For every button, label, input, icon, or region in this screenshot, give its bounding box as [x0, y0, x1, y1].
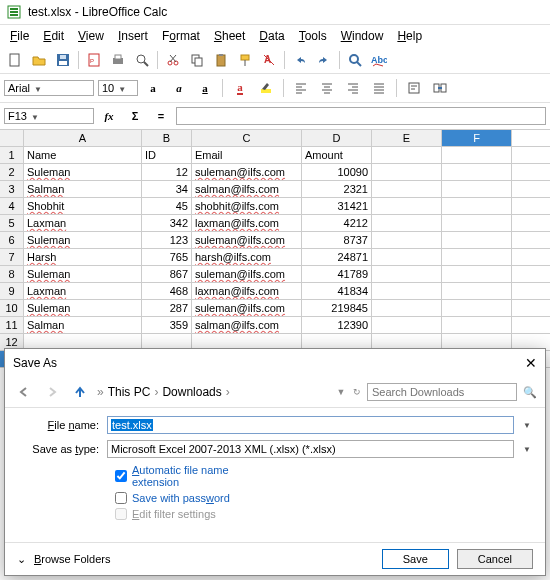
clear-format-icon[interactable]: A: [258, 49, 280, 71]
cell[interactable]: harsh@ilfs.com: [192, 249, 302, 265]
table-row[interactable]: 3Salman34salman@ilfs.com2321: [0, 181, 550, 198]
cell[interactable]: [442, 249, 512, 265]
row-header[interactable]: 7: [0, 249, 24, 265]
open-icon[interactable]: [28, 49, 50, 71]
search-icon[interactable]: 🔍: [523, 386, 537, 399]
menu-file[interactable]: File: [4, 27, 35, 45]
filename-input[interactable]: test.xlsx: [107, 416, 514, 434]
checkbox-icon[interactable]: [115, 470, 127, 482]
cell[interactable]: [372, 164, 442, 180]
preview-icon[interactable]: [131, 49, 153, 71]
auto-extension-checkbox[interactable]: Automatic file nameextension: [115, 464, 531, 488]
cell[interactable]: [442, 283, 512, 299]
cell[interactable]: 31421: [302, 198, 372, 214]
nav-forward-icon[interactable]: [41, 381, 63, 403]
table-row[interactable]: 10Suleman287suleman@ilfs.com219845: [0, 300, 550, 317]
clone-format-icon[interactable]: [234, 49, 256, 71]
font-name-input[interactable]: Arial ▼: [4, 80, 94, 96]
cut-icon[interactable]: [162, 49, 184, 71]
font-color-icon[interactable]: a: [229, 77, 251, 99]
filename-dropdown-icon[interactable]: ▼: [523, 421, 531, 430]
savetype-dropdown-icon[interactable]: ▼: [523, 445, 531, 454]
nav-up-icon[interactable]: [69, 381, 91, 403]
cancel-button[interactable]: Cancel: [457, 549, 533, 569]
sum-icon[interactable]: Σ: [124, 105, 146, 127]
copy-icon[interactable]: [186, 49, 208, 71]
menu-data[interactable]: Data: [253, 27, 290, 45]
cell[interactable]: [372, 147, 442, 163]
cell[interactable]: salman@ilfs.com: [192, 181, 302, 197]
cell[interactable]: suleman@ilfs.com: [192, 232, 302, 248]
cell[interactable]: [442, 198, 512, 214]
cell[interactable]: 287: [142, 300, 192, 316]
cell[interactable]: Salman: [24, 181, 142, 197]
redo-icon[interactable]: [313, 49, 335, 71]
cell[interactable]: [442, 181, 512, 197]
cell[interactable]: 8737: [302, 232, 372, 248]
cell[interactable]: [372, 249, 442, 265]
cell[interactable]: 867: [142, 266, 192, 282]
cell[interactable]: Suleman: [24, 266, 142, 282]
search-input[interactable]: [367, 383, 517, 401]
cell[interactable]: 24871: [302, 249, 372, 265]
spreadsheet-grid[interactable]: A B C D E F 1NameIDEmailAmount2Suleman12…: [0, 130, 550, 368]
save-password-checkbox[interactable]: Save with password: [115, 492, 531, 504]
row-header[interactable]: 10: [0, 300, 24, 316]
new-icon[interactable]: [4, 49, 26, 71]
col-header-a[interactable]: A: [24, 130, 142, 146]
table-row[interactable]: 2Suleman12suleman@ilfs.com10090: [0, 164, 550, 181]
table-row[interactable]: 11Salman359salman@ilfs.com12390: [0, 317, 550, 334]
bold-icon[interactable]: a: [142, 77, 164, 99]
align-left-icon[interactable]: [290, 77, 312, 99]
savetype-select[interactable]: Microsoft Excel 2007-2013 XML (.xlsx) (*…: [107, 440, 514, 458]
nav-back-icon[interactable]: [13, 381, 35, 403]
col-header-f[interactable]: F: [442, 130, 512, 146]
cell[interactable]: Laxman: [24, 215, 142, 231]
formula-input[interactable]: [176, 107, 546, 125]
cell[interactable]: 359: [142, 317, 192, 333]
col-header-e[interactable]: E: [372, 130, 442, 146]
undo-icon[interactable]: [289, 49, 311, 71]
browse-folders-toggle[interactable]: Browse Folders: [34, 553, 110, 565]
menu-window[interactable]: Window: [335, 27, 390, 45]
table-row[interactable]: 8Suleman867suleman@ilfs.com41789: [0, 266, 550, 283]
cell[interactable]: suleman@ilfs.com: [192, 300, 302, 316]
cell[interactable]: 219845: [302, 300, 372, 316]
cell[interactable]: Suleman: [24, 300, 142, 316]
cell[interactable]: 468: [142, 283, 192, 299]
menu-insert[interactable]: Insert: [112, 27, 154, 45]
equals-icon[interactable]: =: [150, 105, 172, 127]
cell[interactable]: Email: [192, 147, 302, 163]
menu-tools[interactable]: Tools: [293, 27, 333, 45]
cell[interactable]: 41834: [302, 283, 372, 299]
underline-icon[interactable]: a: [194, 77, 216, 99]
cell[interactable]: salman@ilfs.com: [192, 317, 302, 333]
find-icon[interactable]: [344, 49, 366, 71]
col-header-d[interactable]: D: [302, 130, 372, 146]
cell[interactable]: Shobhit: [24, 198, 142, 214]
cell[interactable]: [372, 283, 442, 299]
cell[interactable]: [372, 181, 442, 197]
save-button[interactable]: Save: [382, 549, 449, 569]
row-header[interactable]: 4: [0, 198, 24, 214]
cell[interactable]: [372, 266, 442, 282]
cell[interactable]: 765: [142, 249, 192, 265]
cell[interactable]: [442, 317, 512, 333]
col-header-c[interactable]: C: [192, 130, 302, 146]
row-header[interactable]: 8: [0, 266, 24, 282]
table-row[interactable]: 5Laxman342laxman@ilfs.com4212: [0, 215, 550, 232]
chevron-down-icon[interactable]: ⌄: [17, 553, 26, 566]
cell[interactable]: 342: [142, 215, 192, 231]
cell[interactable]: 2321: [302, 181, 372, 197]
breadcrumb[interactable]: » This PC › Downloads › ▼ ↻: [97, 385, 361, 399]
row-header[interactable]: 2: [0, 164, 24, 180]
cell[interactable]: 12: [142, 164, 192, 180]
menu-format[interactable]: Format: [156, 27, 206, 45]
name-box[interactable]: F13 ▼: [4, 108, 94, 124]
print-icon[interactable]: [107, 49, 129, 71]
cell[interactable]: [442, 215, 512, 231]
cell[interactable]: Salman: [24, 317, 142, 333]
cell[interactable]: [442, 266, 512, 282]
cell[interactable]: Amount: [302, 147, 372, 163]
align-justify-icon[interactable]: [368, 77, 390, 99]
